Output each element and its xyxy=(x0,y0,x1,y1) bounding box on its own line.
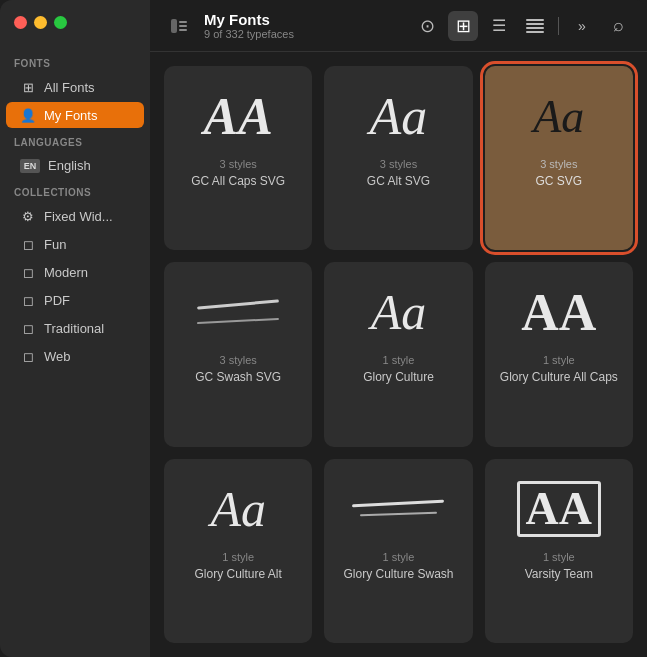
svg-rect-1 xyxy=(179,21,187,23)
sidebar-toggle-icon xyxy=(171,19,187,33)
modern-icon: ◻ xyxy=(20,264,36,280)
font-name-glory-culture: Glory Culture xyxy=(363,370,434,384)
web-label: Web xyxy=(44,349,71,364)
font-preview-glory-culture-all-caps: AA xyxy=(495,276,623,348)
font-name-gc-swash-svg: GC Swash SVG xyxy=(195,370,281,384)
my-fonts-icon: 👤 xyxy=(20,107,36,123)
circle-view-button[interactable]: ⊙ xyxy=(412,11,442,41)
web-icon: ◻ xyxy=(20,348,36,364)
font-styles-glory-culture-alt: 1 style xyxy=(222,551,254,563)
font-grid: AA 3 styles GC All Caps SVG Aa 3 styles … xyxy=(150,52,647,657)
fun-label: Fun xyxy=(44,237,66,252)
header: My Fonts 9 of 332 typefaces ⊙ ⊞ ☰ » xyxy=(150,0,647,52)
header-title-area: My Fonts 9 of 332 typefaces xyxy=(204,11,402,40)
glory-swash-line xyxy=(352,500,444,508)
collections-section-label: Collections xyxy=(0,179,150,202)
more-button[interactable]: » xyxy=(567,11,597,41)
search-button[interactable]: ⌕ xyxy=(603,11,633,41)
languages-section-label: Languages xyxy=(0,129,150,152)
font-styles-glory-culture-all-caps: 1 style xyxy=(543,354,575,366)
fixed-wid-label: Fixed Wid... xyxy=(44,209,113,224)
font-name-varsity-team: Varsity Team xyxy=(525,567,593,581)
font-card-gc-alt-svg[interactable]: Aa 3 styles GC Alt SVG xyxy=(324,66,472,250)
font-name-gc-svg: GC SVG xyxy=(535,174,582,188)
font-styles-glory-culture-swash: 1 style xyxy=(383,551,415,563)
list-view-button[interactable]: ☰ xyxy=(484,11,514,41)
font-name-glory-culture-all-caps: Glory Culture All Caps xyxy=(500,370,618,384)
detail-view-icon xyxy=(526,19,544,33)
fun-icon: ◻ xyxy=(20,236,36,252)
varsity-preview-text: AA xyxy=(517,481,601,537)
font-styles-gc-alt-svg: 3 styles xyxy=(380,158,417,170)
my-fonts-label: My Fonts xyxy=(44,108,97,123)
sidebar-item-my-fonts[interactable]: 👤 My Fonts xyxy=(6,102,144,128)
font-card-glory-culture-all-caps[interactable]: AA 1 style Glory Culture All Caps xyxy=(485,262,633,446)
font-preview-gc-all-caps-svg: AA xyxy=(174,80,302,152)
font-name-gc-alt-svg: GC Alt SVG xyxy=(367,174,430,188)
maximize-button[interactable] xyxy=(54,16,67,29)
all-fonts-icon: ⊞ xyxy=(20,79,36,95)
minimize-button[interactable] xyxy=(34,16,47,29)
fonts-section-label: Fonts xyxy=(0,50,150,73)
font-styles-glory-culture: 1 style xyxy=(383,354,415,366)
font-preview-gc-alt-svg: Aa xyxy=(334,80,462,152)
sidebar-toggle-button[interactable] xyxy=(164,11,194,41)
traditional-icon: ◻ xyxy=(20,320,36,336)
font-preview-glory-culture-swash xyxy=(334,473,462,545)
detail-view-button[interactable] xyxy=(520,11,550,41)
main-content: My Fonts 9 of 332 typefaces ⊙ ⊞ ☰ » xyxy=(150,0,647,657)
svg-rect-6 xyxy=(526,27,544,29)
traditional-label: Traditional xyxy=(44,321,104,336)
header-divider xyxy=(558,17,559,35)
font-preview-gc-svg: Aa xyxy=(495,80,623,152)
swash-line-1 xyxy=(197,299,279,309)
font-card-glory-culture-swash[interactable]: 1 style Glory Culture Swash xyxy=(324,459,472,643)
font-styles-varsity-team: 1 style xyxy=(543,551,575,563)
pdf-icon: ◻ xyxy=(20,292,36,308)
english-label: English xyxy=(48,158,91,173)
font-preview-glory-culture-alt: Aa xyxy=(174,473,302,545)
font-card-glory-culture-alt[interactable]: Aa 1 style Glory Culture Alt xyxy=(164,459,312,643)
font-preview-varsity-team: AA xyxy=(495,473,623,545)
english-flag-icon: EN xyxy=(20,159,40,173)
swash-line-2 xyxy=(197,318,279,324)
font-name-glory-culture-alt: Glory Culture Alt xyxy=(194,567,281,581)
window-controls xyxy=(14,16,67,29)
font-card-varsity-team[interactable]: AA 1 style Varsity Team xyxy=(485,459,633,643)
font-name-gc-all-caps-svg: GC All Caps SVG xyxy=(191,174,285,188)
header-actions: ⊙ ⊞ ☰ » ⌕ xyxy=(412,11,633,41)
sidebar-item-fixed-wid[interactable]: ⚙ Fixed Wid... xyxy=(6,203,144,229)
svg-rect-2 xyxy=(179,25,187,27)
sidebar-item-web[interactable]: ◻ Web xyxy=(6,343,144,369)
grid-view-button[interactable]: ⊞ xyxy=(448,11,478,41)
header-subtitle: 9 of 332 typefaces xyxy=(204,28,402,40)
font-preview-gc-swash-svg xyxy=(174,276,302,348)
close-button[interactable] xyxy=(14,16,27,29)
sidebar-item-fun[interactable]: ◻ Fun xyxy=(6,231,144,257)
font-preview-glory-culture: Aa xyxy=(334,276,462,348)
svg-rect-5 xyxy=(526,23,544,25)
font-card-gc-all-caps-svg[interactable]: AA 3 styles GC All Caps SVG xyxy=(164,66,312,250)
pdf-label: PDF xyxy=(44,293,70,308)
header-title: My Fonts xyxy=(204,11,402,28)
sidebar-item-modern[interactable]: ◻ Modern xyxy=(6,259,144,285)
sidebar-item-pdf[interactable]: ◻ PDF xyxy=(6,287,144,313)
sidebar: Fonts ⊞ All Fonts 👤 My Fonts Languages E… xyxy=(0,0,150,657)
fixed-wid-icon: ⚙ xyxy=(20,208,36,224)
sidebar-item-traditional[interactable]: ◻ Traditional xyxy=(6,315,144,341)
modern-label: Modern xyxy=(44,265,88,280)
font-styles-gc-svg: 3 styles xyxy=(540,158,577,170)
svg-rect-3 xyxy=(179,29,187,31)
font-styles-gc-all-caps-svg: 3 styles xyxy=(220,158,257,170)
font-card-gc-svg[interactable]: Aa 3 styles GC SVG xyxy=(485,66,633,250)
svg-rect-0 xyxy=(171,19,177,33)
all-fonts-label: All Fonts xyxy=(44,80,95,95)
sidebar-item-english[interactable]: EN English xyxy=(6,153,144,178)
sidebar-item-all-fonts[interactable]: ⊞ All Fonts xyxy=(6,74,144,100)
font-card-gc-swash-svg[interactable]: 3 styles GC Swash SVG xyxy=(164,262,312,446)
font-card-glory-culture[interactable]: Aa 1 style Glory Culture xyxy=(324,262,472,446)
font-styles-gc-swash-svg: 3 styles xyxy=(220,354,257,366)
font-name-glory-culture-swash: Glory Culture Swash xyxy=(343,567,453,581)
svg-rect-7 xyxy=(526,31,544,33)
glory-swash-line2 xyxy=(360,512,437,517)
